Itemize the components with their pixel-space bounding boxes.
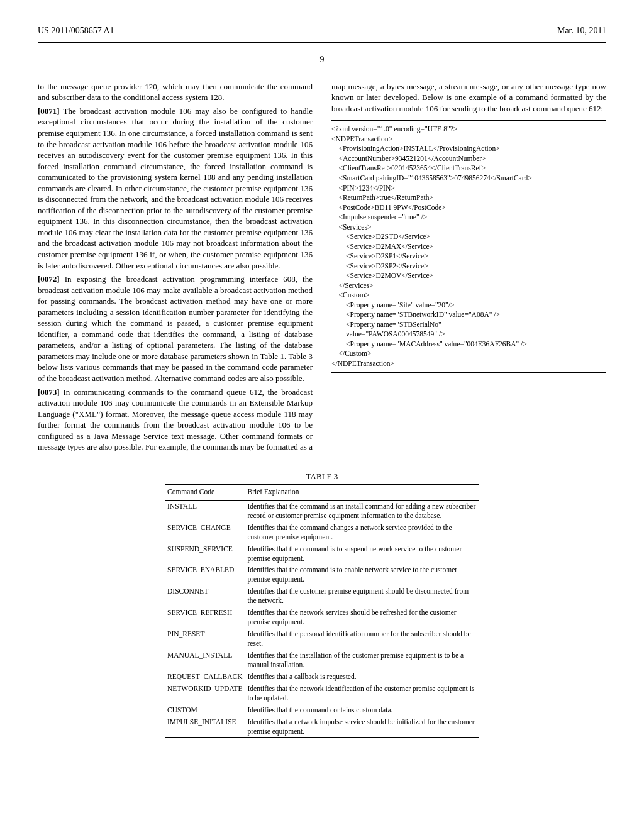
explanation-cell: Identifies that the personal identificat… [245, 628, 479, 650]
command-code-cell: DISCONNET [165, 585, 245, 607]
command-code-cell: SUSPEND_SERVICE [165, 543, 245, 565]
command-code-cell: CUSTOM [165, 704, 245, 716]
xml-code-block: <?xml version="1.0" encoding="UTF-8"?> <… [331, 120, 606, 373]
command-code-cell: INSTALL [165, 500, 245, 521]
table-row: SUSPEND_SERVICEIdentifies that the comma… [165, 543, 479, 565]
table-row: MANUAL_INSTALLIdentifies that the instal… [165, 650, 479, 671]
table-header-code: Command Code [165, 485, 245, 501]
explanation-cell: Identifies that the customer premise equ… [245, 585, 479, 607]
command-code-cell: SERVICE_REFRESH [165, 607, 245, 628]
command-code-cell: PIN_RESET [165, 628, 245, 650]
table-row: IMPULSE_INITALISEIdentifies that a netwo… [165, 716, 479, 738]
paragraph-continuation: to the message queue provider 120, which… [38, 81, 313, 103]
table-row: INSTALLIdentifies that the command is an… [165, 500, 479, 521]
header-rule [38, 42, 606, 43]
paragraph-number: [0071] [38, 106, 60, 116]
table-row: REQUEST_CALLBACKIdentifies that a callba… [165, 671, 479, 683]
paragraph-text: In exposing the broadcast activation pro… [38, 274, 313, 383]
command-code-cell: MANUAL_INSTALL [165, 650, 245, 671]
command-code-table: Command Code Brief Explanation INSTALLId… [165, 484, 479, 738]
table-row: SERVICE_REFRESHIdentifies that the netwo… [165, 607, 479, 628]
table-row: SERVICE_CHANGEIdentifies that the comman… [165, 522, 479, 543]
explanation-cell: Identifies that the installation of the … [245, 650, 479, 671]
explanation-cell: Identifies that the command changes a ne… [245, 522, 479, 543]
table-row: DISCONNETIdentifies that the customer pr… [165, 585, 479, 607]
publication-date: Mar. 10, 2011 [557, 25, 606, 37]
command-code-cell: IMPULSE_INITALISE [165, 716, 245, 738]
command-code-cell: SERVICE_ENABLED [165, 564, 245, 585]
command-code-cell: REQUEST_CALLBACK [165, 671, 245, 683]
explanation-cell: Identifies that the network identificati… [245, 683, 479, 704]
table-row: PIN_RESETIdentifies that the personal id… [165, 628, 479, 650]
table-row: NETWORKID_UPDATEIdentifies that the netw… [165, 683, 479, 704]
explanation-cell: Identifies that the command is to enable… [245, 564, 479, 585]
explanation-cell: Identifies that the command contains cus… [245, 704, 479, 716]
paragraph-0072: [0072] In exposing the broadcast activat… [38, 274, 313, 384]
page-number: 9 [38, 54, 606, 66]
explanation-cell: Identifies that the command is an instal… [245, 500, 479, 521]
command-code-cell: NETWORKID_UPDATE [165, 683, 245, 704]
table-header-explanation: Brief Explanation [245, 485, 479, 501]
page-header: US 2011/0058657 A1 Mar. 10, 2011 [38, 25, 606, 37]
command-code-cell: SERVICE_CHANGE [165, 522, 245, 543]
table-3: TABLE 3 Command Code Brief Explanation I… [165, 471, 479, 738]
table-title: TABLE 3 [165, 471, 479, 482]
paragraph-number: [0073] [38, 387, 60, 397]
paragraph-number: [0072] [38, 274, 60, 284]
explanation-cell: Identifies that a network impulse servic… [245, 716, 479, 738]
body-columns: to the message queue provider 120, which… [38, 81, 606, 458]
explanation-cell: Identifies that the command is to suspen… [245, 543, 479, 565]
explanation-cell: Identifies that the network services sho… [245, 607, 479, 628]
publication-number: US 2011/0058657 A1 [38, 25, 114, 37]
table-row: SERVICE_ENABLEDIdentifies that the comma… [165, 564, 479, 585]
paragraph-0071: [0071] The broadcast activation module 1… [38, 106, 313, 271]
paragraph-text: The broadcast activation module 106 may … [38, 106, 313, 270]
explanation-cell: Identifies that a callback is requested. [245, 671, 479, 683]
table-row: CUSTOMIdentifies that the command contai… [165, 704, 479, 716]
